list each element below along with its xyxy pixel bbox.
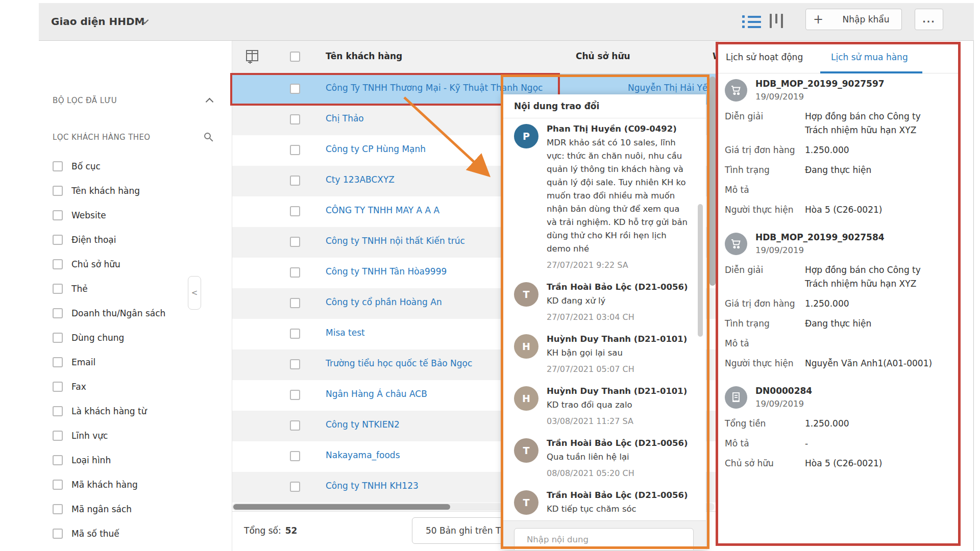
checkbox[interactable]: [53, 186, 63, 196]
kanban-view-icon[interactable]: [770, 14, 787, 29]
order-code[interactable]: HDB_MOP_20199_9027597: [755, 79, 885, 89]
field-label: Giá trị đơn hàng: [725, 143, 805, 157]
order-code[interactable]: HDB_MOP_20199_9027584: [755, 232, 885, 242]
view-title[interactable]: Giao diện HHDM: [51, 15, 144, 28]
customer-name-link[interactable]: Nakayama_foods: [326, 450, 400, 460]
filter-item[interactable]: Điện thoại: [39, 228, 232, 252]
filter-item[interactable]: Mã khách hàng: [39, 472, 232, 497]
filter-item[interactable]: Lĩnh vực: [39, 423, 232, 448]
customer-name-link[interactable]: Công ty NTKIEN2: [326, 419, 400, 430]
entry-field: Người thực hiện Nguyễn Văn Anh1(A01-0001…: [725, 357, 951, 370]
filter-item[interactable]: Là khách hàng từ: [39, 399, 232, 423]
customer-name-link[interactable]: Chị Thảo: [326, 113, 364, 123]
column-header-owner[interactable]: Chủ sở hữu: [576, 51, 630, 61]
message-text: Qua tuần liên hệ lại: [547, 450, 692, 464]
checkbox[interactable]: [53, 431, 63, 441]
field-value: 1.250.000: [805, 143, 940, 157]
row-checkbox[interactable]: [290, 420, 300, 431]
checkbox[interactable]: [53, 259, 63, 269]
checkbox[interactable]: [53, 504, 63, 514]
row-checkbox[interactable]: [290, 451, 300, 461]
filter-item[interactable]: Email: [39, 350, 232, 374]
total-label: Tổng số:: [244, 525, 281, 536]
row-checkbox[interactable]: [290, 482, 300, 492]
filter-item[interactable]: Mã vùng (Giao hàng): [39, 546, 232, 551]
tab-purchase-history[interactable]: Lịch sử mua hàng: [831, 52, 908, 62]
tab-activity-history[interactable]: Lịch sử hoạt động: [726, 52, 803, 62]
checkbox[interactable]: [53, 308, 63, 318]
filter-item[interactable]: Tên khách hàng: [39, 179, 232, 203]
checkbox[interactable]: [53, 210, 63, 220]
row-checkbox[interactable]: [290, 329, 300, 339]
filter-item[interactable]: Mã ngân sách: [39, 497, 232, 521]
customer-name-link[interactable]: CÔNG TY TNHH MAY A A A: [326, 205, 439, 215]
customer-name-link[interactable]: Công Ty TNHH Thương Mại - Kỹ Thuật Thanh…: [326, 83, 543, 93]
checkbox[interactable]: [53, 333, 63, 343]
message-input[interactable]: Nhập nội dung: [514, 528, 694, 550]
filter-label: Website: [71, 210, 106, 220]
field-label: Mô tả: [725, 437, 805, 450]
customer-name-link[interactable]: Công ty TNHH nội thất Kiến trúc: [326, 236, 465, 246]
checkbox[interactable]: [53, 161, 63, 171]
row-checkbox[interactable]: [290, 390, 300, 400]
filter-item[interactable]: Dùng chung: [39, 325, 232, 350]
filter-item[interactable]: Loại hình: [39, 448, 232, 472]
checkbox[interactable]: [53, 382, 63, 392]
order-code[interactable]: DN0000284: [755, 386, 812, 396]
row-checkbox[interactable]: [290, 206, 300, 216]
purchase-entry: HDB_MOP_20199_9027597 19/09/2019 Diễn gi…: [725, 79, 951, 217]
checkbox[interactable]: [53, 235, 63, 245]
row-checkbox[interactable]: [290, 84, 300, 94]
filter-item[interactable]: Doanh thu/Ngân sách: [39, 301, 232, 325]
filter-label: Là khách hàng từ: [71, 406, 146, 416]
customer-name-link[interactable]: Misa test: [326, 328, 365, 338]
filter-item[interactable]: Chủ sở hữu: [39, 252, 232, 277]
history-panel: Lịch sử hoạt động Lịch sử mua hàng: [718, 45, 959, 545]
field-label: Diễn giải: [725, 263, 805, 291]
filter-item[interactable]: Thẻ: [39, 277, 232, 301]
search-icon[interactable]: [204, 133, 211, 139]
scrollbar-thumb[interactable]: [233, 504, 450, 510]
avatar: H: [514, 386, 538, 411]
field-label: Mô tả: [725, 337, 805, 350]
filter-item[interactable]: Bố cục: [39, 154, 232, 179]
filter-label: Mã số thuế: [71, 529, 119, 539]
row-checkbox[interactable]: [290, 359, 300, 369]
row-checkbox[interactable]: [290, 176, 300, 186]
customer-name-link[interactable]: Cty 123ABCXYZ: [326, 174, 395, 185]
column-header-name[interactable]: Tên khách hàng: [326, 51, 402, 61]
checkbox[interactable]: [53, 406, 63, 416]
customer-name-link[interactable]: Công ty CP Hùng Mạnh: [326, 144, 426, 154]
customer-name-link[interactable]: Công ty TNHH KH123: [326, 481, 419, 491]
checkbox[interactable]: [53, 284, 63, 294]
add-button[interactable]: +: [805, 9, 831, 30]
customer-name-link[interactable]: Công ty cổ phần Hoàng An: [326, 297, 442, 307]
customer-name-link[interactable]: Trường tiểu học quốc tế Bảo Ngọc: [326, 358, 472, 368]
customer-name-link[interactable]: Công ty TNHH Tân Hòa9999: [326, 266, 447, 277]
list-view-icon[interactable]: [742, 15, 763, 30]
collapse-chevron-icon[interactable]: [206, 98, 214, 106]
row-checkbox[interactable]: [290, 237, 300, 247]
select-all-checkbox[interactable]: [290, 52, 300, 62]
popup-scrollbar[interactable]: [698, 204, 703, 337]
message-timestamp: 03/08/2021 11:27 SA: [547, 416, 692, 426]
checkbox[interactable]: [53, 480, 63, 490]
message-text: KD trao đổi qua zalo: [547, 398, 692, 412]
sidebar-collapse-handle[interactable]: <: [188, 276, 201, 310]
row-checkbox[interactable]: [290, 114, 300, 124]
row-checkbox[interactable]: [290, 267, 300, 278]
filter-item[interactable]: Website: [39, 203, 232, 228]
row-checkbox[interactable]: [290, 298, 300, 308]
filter-item[interactable]: Mã số thuế: [39, 521, 232, 546]
import-button[interactable]: Nhập khẩu: [830, 9, 902, 30]
filter-item[interactable]: Fax: [39, 374, 232, 399]
add-column-icon[interactable]: [246, 49, 259, 66]
checkbox[interactable]: [53, 357, 63, 367]
active-tab-underline: [820, 71, 922, 73]
checkbox[interactable]: [53, 529, 63, 539]
checkbox[interactable]: [53, 455, 63, 465]
row-checkbox[interactable]: [290, 145, 300, 155]
vertical-scrollbar[interactable]: [709, 77, 716, 286]
customer-name-link[interactable]: Ngân Hàng Á châu ACB: [326, 389, 427, 399]
more-options-button[interactable]: ...: [915, 9, 943, 30]
